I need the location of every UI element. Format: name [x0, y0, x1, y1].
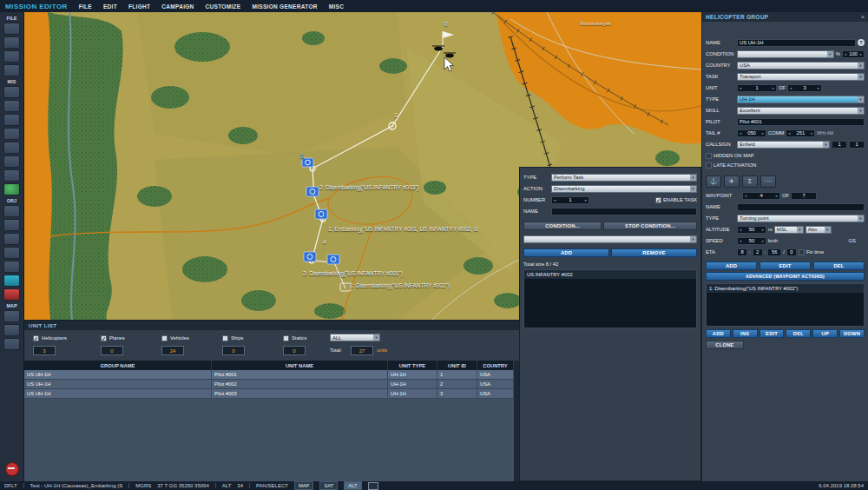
weather-icon[interactable]	[3, 205, 20, 217]
fix-time-checkbox[interactable]	[799, 249, 805, 255]
unit-index-stepper[interactable]: 1	[737, 84, 777, 92]
ruler-icon[interactable]	[3, 324, 20, 336]
close-icon[interactable]: ×	[861, 14, 865, 20]
action-edit-button[interactable]: EDIT	[760, 329, 785, 338]
filter-statics[interactable]: Statics	[283, 333, 306, 343]
col-unit-type[interactable]: UNIT TYPE	[388, 361, 437, 370]
route-icon[interactable]: ✈	[724, 175, 740, 188]
enable-task-checkbox[interactable]: ✓	[655, 197, 661, 203]
clone-button[interactable]: CLONE	[706, 341, 744, 349]
goal-icon[interactable]	[3, 219, 20, 231]
action-ins-button[interactable]: INS	[733, 329, 758, 338]
ship-group-icon[interactable]	[3, 114, 20, 126]
static-object-icon[interactable]	[3, 142, 20, 154]
coalition-filter-dropdown[interactable]: ALL	[330, 334, 380, 341]
filter-ships[interactable]: Ships	[222, 333, 244, 343]
stop-condition-button[interactable]: STOP CONDITION...	[603, 222, 697, 230]
skill-dropdown[interactable]: Excellent	[737, 107, 865, 115]
save-mission-icon[interactable]	[3, 50, 20, 63]
map-view-button[interactable]: MAP	[294, 481, 314, 490]
statics-checkbox[interactable]	[283, 335, 289, 341]
table-row[interactable]: US UH-1H Pilot #003 UH-1H 3 USA	[24, 389, 514, 399]
template-icon[interactable]	[3, 156, 20, 168]
advanced-waypoint-actions-button[interactable]: ADVANCED (WAYPOINT ACTIONS)	[706, 272, 865, 281]
planes-checkbox[interactable]: ✓	[101, 335, 107, 341]
new-mission-icon[interactable]	[3, 23, 20, 35]
helicopters-checkbox[interactable]: ✓	[33, 335, 39, 341]
condition-dropdown[interactable]	[737, 50, 834, 58]
trigger-rules-icon[interactable]	[3, 233, 20, 245]
menu-file[interactable]: FILE	[79, 3, 92, 10]
condition-value-stepper[interactable]: 100	[842, 50, 865, 58]
vehicles-checkbox[interactable]	[161, 335, 168, 341]
waypoint-edit-button[interactable]: EDIT	[760, 262, 811, 270]
pilot-name-input[interactable]: Pilot #001	[737, 118, 865, 126]
country-dropdown[interactable]: USA	[737, 62, 865, 70]
tail-number-stepper[interactable]: 050	[737, 129, 766, 137]
no-entry-icon[interactable]	[5, 462, 19, 476]
remove-task-button[interactable]: REMOVE	[611, 248, 697, 257]
col-unit-name[interactable]: UNIT NAME	[212, 361, 388, 370]
task-target-list[interactable]: US INFANTRY #002	[523, 269, 697, 328]
menu-customize[interactable]: CUSTOMIZE	[206, 3, 241, 10]
altitude-ref-dropdown[interactable]: MSL	[774, 226, 804, 234]
more-icon[interactable]: ····	[760, 175, 776, 188]
options-icon[interactable]	[3, 261, 20, 273]
altitude-stepper[interactable]: 50	[737, 226, 766, 234]
comm-frequency-stepper[interactable]: 251	[786, 129, 815, 137]
callsign-number-input[interactable]: 1	[849, 141, 865, 149]
altitude-mode-dropdown[interactable]: Abo	[806, 226, 832, 234]
callsign-flight-input[interactable]: 1	[832, 141, 847, 149]
task-type-dropdown[interactable]: Perform Task	[551, 174, 697, 182]
col-unit-id[interactable]: UNIT ID	[437, 361, 477, 370]
waypoint-name-input[interactable]	[737, 203, 865, 211]
list-item[interactable]: 1. Disembarking("US INFANTRY #002")	[707, 284, 864, 293]
anchor-icon[interactable]: ⚓	[706, 175, 721, 188]
sat-view-button[interactable]: SAT	[319, 481, 338, 490]
eta-minutes-field[interactable]: 2	[753, 248, 763, 256]
help-icon[interactable]: ?	[858, 39, 865, 46]
vehicle-group-icon[interactable]	[3, 128, 20, 140]
action-down-button[interactable]: DOWN	[839, 329, 865, 338]
map-layer-icon[interactable]	[3, 310, 20, 322]
display-icon[interactable]	[368, 482, 378, 490]
menu-mission-generator[interactable]: MISSION GENERATOR	[252, 3, 317, 10]
mode-indicator[interactable]: DFLT	[4, 483, 17, 488]
menu-misc[interactable]: MISC	[329, 3, 344, 10]
airport-icon[interactable]	[3, 275, 20, 287]
task-dropdown[interactable]: Transport	[737, 73, 865, 81]
task-action-dropdown[interactable]: Disembarking	[551, 185, 697, 193]
eta-day-field[interactable]: 0	[786, 248, 797, 256]
waypoint-type-dropdown[interactable]: Turning point	[737, 215, 865, 222]
pan-select-mode[interactable]: PAN/SELECT	[256, 483, 288, 488]
task-list-dropdown[interactable]	[523, 235, 697, 243]
grid-icon[interactable]	[3, 338, 20, 350]
hidden-on-map-checkbox[interactable]	[706, 153, 712, 159]
late-activation-checkbox[interactable]	[706, 162, 712, 169]
briefing-icon[interactable]	[3, 64, 20, 76]
globe-icon[interactable]	[3, 183, 20, 195]
group-name-input[interactable]: US UH-1H	[737, 39, 856, 47]
table-row[interactable]: US UH-1H Pilot #002 UH-1H 2 USA	[24, 380, 514, 389]
unit-count-stepper[interactable]: 3	[787, 84, 822, 92]
col-country[interactable]: COUNTRY	[477, 361, 514, 370]
aircraft-type-dropdown[interactable]: UH-1H	[737, 96, 865, 103]
filter-vehicles[interactable]: Vehicles	[161, 333, 189, 343]
helicopter-group-icon[interactable]	[3, 100, 20, 112]
table-row[interactable]: US UH-1H Pilot #001 UH-1H 1 USA	[24, 370, 514, 380]
menu-campaign[interactable]: CAMPAIGN	[161, 3, 194, 10]
waypoint-index-stepper[interactable]: 4	[742, 192, 780, 200]
sum-icon[interactable]: Σ	[742, 175, 758, 188]
menu-edit[interactable]: EDIT	[103, 3, 117, 10]
col-group-name[interactable]: GROUP NAME	[24, 361, 212, 370]
task-number-stepper[interactable]: 1	[551, 196, 589, 204]
filter-planes[interactable]: ✓Planes	[101, 333, 125, 343]
failure-icon[interactable]	[3, 247, 20, 259]
eta-seconds-field[interactable]: 56	[767, 248, 781, 256]
eta-hours-field[interactable]: 8	[737, 248, 747, 256]
bullseye-icon[interactable]	[3, 288, 20, 301]
action-add-button[interactable]: ADD	[706, 329, 731, 338]
action-del-button[interactable]: DEL	[786, 329, 811, 338]
list-item[interactable]: US INFANTRY #002	[524, 270, 696, 279]
waypoint-add-button[interactable]: ADD	[706, 262, 757, 270]
